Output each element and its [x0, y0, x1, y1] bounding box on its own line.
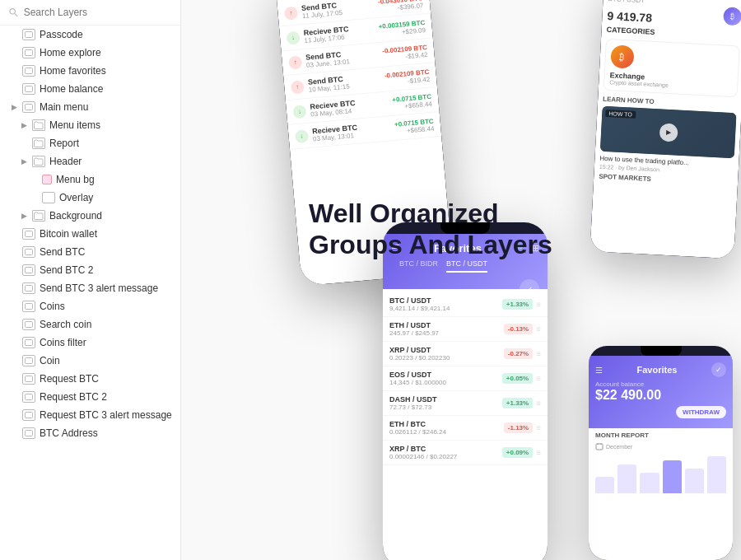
coin-menu-icon: ≡ [536, 423, 541, 432]
layer-arrow [10, 320, 18, 329]
tx-amount: -0.002109 BTC-$19.42 [384, 68, 430, 86]
layer-arrow [10, 338, 18, 347]
calendar-icon [595, 442, 604, 450]
coin-item[interactable]: XRP / BTC0.00002146 / $0.20227+0.09%≡ [383, 441, 548, 465]
layer-item-report[interactable]: Report [0, 134, 180, 152]
layer-arrow [10, 266, 18, 274]
layer-item-menu-items[interactable]: ▶Menu items [0, 116, 180, 134]
layer-item-main-menu[interactable]: ▶Main menu [0, 98, 180, 116]
layer-label-home-explore: Home explore [40, 47, 101, 58]
chart-bar-6 [707, 456, 726, 493]
coin-change-badge: -1.13% [504, 422, 533, 433]
chart-bar-2 [618, 464, 636, 493]
rb-withdraw-btn[interactable]: WITHDRAW [676, 406, 726, 418]
fav-tab-item[interactable]: BTC / BIDR [399, 259, 438, 273]
layer-item-home-explore[interactable]: Home explore [0, 44, 180, 62]
layer-item-passcode[interactable]: Passcode [0, 26, 180, 44]
coin-item[interactable]: ETH / USDT245.97 / $245.97-0.13%≡ [383, 317, 548, 342]
layer-item-send-btc-3[interactable]: Send BTC 3 alert message [0, 279, 180, 297]
layer-item-request-btc-2[interactable]: Request BTC 2 [0, 388, 180, 406]
rb-balance-label: Account balance [595, 380, 726, 388]
tx-amount: -0.043010 BTC-$396.07 [378, 0, 424, 12]
layer-item-coins[interactable]: Coins [0, 297, 180, 315]
layer-label-report: Report [49, 138, 79, 149]
coin-item[interactable]: DASH / USDT72.73 / $72.73+1.33%≡ [383, 391, 548, 416]
svg-rect-4 [26, 68, 33, 74]
coin-info: DASH / USDT72.73 / $72.73 [389, 395, 502, 411]
layer-item-coin[interactable]: Coin [0, 352, 180, 370]
coin-list: BTC / USDT9,421.14 / $9,421.14+1.33%≡ETH… [383, 289, 548, 469]
headline-line1: Well Organized [309, 198, 552, 229]
layer-item-search-coin[interactable]: Search coin [0, 315, 180, 334]
layer-item-overlay[interactable]: Overlay [0, 189, 180, 207]
center-headline: Well Organized Groups And Layers [309, 198, 552, 261]
rb-chart-area [589, 452, 733, 493]
rt-btc-label: BTC / USDT [608, 0, 653, 5]
rb-withdraw: WITHDRAW [595, 406, 726, 418]
svg-rect-18 [26, 431, 33, 436]
layer-item-bitcoin-wallet[interactable]: Bitcoin wallet [0, 225, 180, 243]
layer-item-send-btc[interactable]: Send BTC [0, 243, 180, 261]
phone-right-top: BTC / USDT 9 419.78 ₿ CATEGORIES ₿ Excha… [590, 0, 741, 259]
coin-menu-icon: ≡ [536, 448, 541, 457]
search-input[interactable] [24, 7, 172, 18]
coin-item[interactable]: XRP / USDT0.20223 / $0.202230-0.27%≡ [383, 342, 548, 366]
layer-label-search-coin: Search coin [40, 319, 91, 330]
tx-amount: +0.003159 BTC+$29.09 [378, 19, 426, 38]
layer-item-home-favorites[interactable]: Home favorites [0, 62, 180, 80]
layer-arrow [10, 375, 18, 383]
layer-icon-screen [22, 246, 35, 258]
layer-item-request-btc[interactable]: Request BTC [0, 370, 180, 388]
coin-info: ETH / USDT245.97 / $245.97 [389, 321, 504, 337]
tx-info: Recieve BTC03 May, 08:14 [310, 96, 389, 118]
phone-notch-rb [641, 346, 682, 356]
chart-bar-5 [685, 469, 704, 493]
coin-menu-icon: ≡ [536, 349, 541, 358]
svg-rect-7 [26, 231, 33, 237]
chart-bar-3 [640, 473, 659, 493]
layer-label-main-menu: Main menu [40, 101, 88, 113]
tx-arrow: ↑ [284, 6, 298, 20]
coin-pair: DASH / USDT [389, 395, 502, 404]
svg-rect-14 [26, 358, 33, 364]
rt-play-button[interactable]: ▶ [659, 123, 678, 142]
rt-how-to-label: HOW TO [605, 110, 636, 119]
layer-item-btc-address[interactable]: BTC Address [0, 424, 180, 442]
layer-arrow [10, 393, 18, 401]
layer-label-passcode: Passcode [40, 29, 83, 40]
chart-bar-4 [663, 460, 682, 493]
layer-label-send-btc-3: Send BTC 3 alert message [40, 282, 158, 294]
coin-change-badge: +1.33% [502, 398, 533, 408]
coin-item[interactable]: ETH / BTC0.026112 / $246.24-1.13%≡ [383, 416, 548, 441]
coin-price: 14,345 / $1.000000 [389, 379, 502, 386]
rb-balance: $22 490.00 [595, 388, 726, 403]
layer-icon-screen [22, 319, 35, 330]
coin-change-badge: -0.13% [504, 324, 533, 334]
fav-tab-item[interactable]: BTC / USDT [446, 259, 487, 273]
svg-rect-13 [26, 340, 33, 346]
svg-rect-19 [596, 444, 603, 450]
svg-rect-17 [26, 413, 33, 418]
layer-item-send-btc-2[interactable]: Send BTC 2 [0, 261, 180, 279]
tx-arrow: ↓ [295, 128, 309, 142]
headline-line2: Groups And Layers [309, 229, 552, 260]
layer-label-coins-filter: Coins filter [40, 337, 86, 348]
layer-item-menu-bg[interactable]: Menu bg [0, 170, 180, 189]
fav-tabs: BTC / BIDRBTC / USDT [391, 259, 539, 273]
search-bar[interactable] [0, 0, 180, 26]
layer-label-overlay: Overlay [59, 192, 93, 203]
phone-center: ☰ Favorites 🔍 ⊞ BTC / BIDRBTC / USDT ✓ B… [383, 222, 548, 560]
layer-item-background[interactable]: ▶Background [0, 207, 180, 225]
coin-item[interactable]: EOS / USDT14,345 / $1.000000+0.05%≡ [383, 366, 548, 391]
layer-item-header[interactable]: ▶Header [0, 152, 180, 170]
rb-header-top: ☰ Favorites ✓ [595, 362, 726, 377]
layer-item-coins-filter[interactable]: Coins filter [0, 334, 180, 352]
layer-item-request-btc-3[interactable]: Request BTC 3 alert message [0, 406, 180, 424]
coin-price: 0.20223 / $0.202230 [389, 354, 504, 362]
coin-pair: ETH / USDT [389, 321, 504, 329]
phone-screen-rt: BTC / USDT 9 419.78 ₿ CATEGORIES ₿ Excha… [590, 0, 741, 259]
layer-item-home-balance[interactable]: Home balance [0, 80, 180, 98]
fav-active-icon: ✓ [520, 279, 539, 299]
layer-icon-screen [22, 264, 35, 276]
coin-pair: XRP / BTC [389, 445, 502, 453]
